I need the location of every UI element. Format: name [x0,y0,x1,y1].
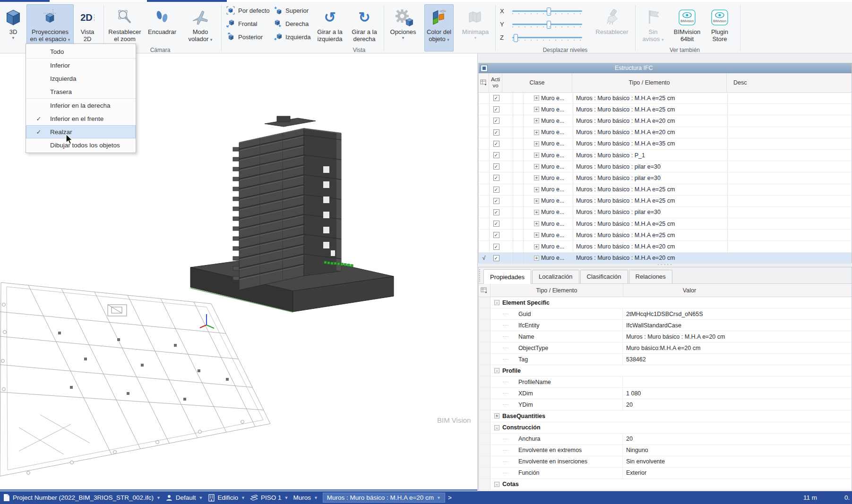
expand-icon[interactable]: + [494,413,499,419]
property-row[interactable]: Name Muros : Muro básico : M.H.A e=20 cm [479,331,852,342]
selected-element-segment[interactable]: Muros : Muro básico : M.H.A e=20 cm ▼ [323,493,445,503]
view-default-button[interactable]: Por defecto [226,5,270,16]
view-left-button[interactable]: Izquierda [273,31,310,43]
property-row[interactable]: Tag 538462 [479,354,852,365]
property-value[interactable]: Muro básico:M.H.A e=20 cm [623,345,852,351]
table-row[interactable]: Muro e... Muros : Muro básico : M.H.A e=… [479,218,852,230]
rotate-left-button[interactable]: ↺ Girar a la izquierda [314,4,346,51]
table-row[interactable]: Muro e... Muros : Muro básico : M.H.A e=… [479,115,852,127]
table-row[interactable]: Muro e... Muros : Muro básico : pilar e=… [479,172,852,184]
breadcrumb-chevron[interactable]: > [448,494,452,501]
expand-icon[interactable] [534,256,539,261]
column-header-valor[interactable]: Valor [623,287,756,294]
class-selector[interactable]: Muros ▼ [293,494,318,501]
column-header-activo[interactable]: Activo [489,73,502,92]
menu-item[interactable]: Dibujar todos los objetos [26,138,136,152]
table-row[interactable]: Muro e... Muros : Muro básico : M.H.A e=… [479,93,852,104]
activo-checkbox[interactable] [490,198,503,204]
table-row[interactable]: Muro e... Muros : Muro básico : M.H.A e=… [479,196,852,207]
view-right-button[interactable]: Derecha [273,18,309,29]
table-row[interactable]: Muro e... Muros : Muro básico : pilar e=… [479,161,852,172]
property-value[interactable]: 20 [623,436,852,442]
property-row[interactable]: ObjectType Muro básico:M.H.A e=20 cm [479,342,852,354]
table-row[interactable]: Muro e... Muros : Muro básico : pilar e=… [479,207,852,218]
expand-icon[interactable] [534,164,539,169]
menu-item[interactable]: Izquierda [26,72,136,85]
property-value[interactable]: 20 [623,401,852,408]
property-row[interactable]: ProfileName [479,376,852,388]
property-row[interactable]: -Cotas [479,479,852,490]
property-value[interactable]: Muros : Muro básico : M.H.A e=20 cm [623,333,852,340]
expand-icon[interactable] [534,175,539,180]
activo-checkbox[interactable] [490,209,503,215]
property-value[interactable]: IfcWallStandardCase [623,322,852,329]
activo-checkbox[interactable] [490,221,503,227]
select-column-icon[interactable] [479,284,491,297]
object-color-button[interactable]: Color del objeto ▾ [424,4,454,51]
expand-icon[interactable] [534,198,539,204]
table-row[interactable]: Muro e... Muros : Muro básico : M.H.A e=… [479,230,852,241]
property-row[interactable]: -Element Specific [479,297,852,308]
column-header-tipo-elemento[interactable]: Tipo / Elemento [491,284,623,297]
view-top-button[interactable]: Superior [273,5,309,16]
fit-view-button[interactable]: Encuadrar [145,4,180,51]
view-back-button[interactable]: Posterior [226,31,263,43]
bimvision-64bit-button[interactable]: BIMvision BIMvision 64bit [671,4,703,51]
expand-icon[interactable] [534,118,539,123]
z-slider-track[interactable] [512,37,582,38]
expand-icon[interactable] [534,153,539,158]
column-header-clase[interactable]: Clase [502,73,572,92]
plugin-store-button[interactable]: BIMvision Plugin Store [705,4,734,51]
menu-item[interactable]: Todo [26,45,136,59]
table-row[interactable]: Muro e... Muros : Muro básico : M.H.A e=… [479,184,852,196]
expand-icon[interactable] [534,130,539,135]
property-row[interactable]: IfcEntity IfcWallStandardCase [479,320,852,331]
project-selector[interactable]: Project Number (2022_BIM_3RIOS_STR_002.i… [3,494,161,502]
rotate-right-button[interactable]: ↻ Girar a la derecha [349,4,380,51]
activo-checkbox[interactable] [490,141,503,147]
table-row[interactable]: Muro e... Muros : Muro básico : M.H.A e=… [479,241,852,252]
3d-view-button[interactable]: 3D ▾ [2,4,25,51]
activo-checkbox[interactable] [490,232,503,238]
drag-handle[interactable] [479,269,482,282]
table-row[interactable]: Muro e... Muros : Muro básico : M.H.A e=… [479,127,852,138]
property-value[interactable]: Ninguno [623,447,852,453]
select-column-icon[interactable] [479,73,489,92]
building-selector[interactable]: Edificio ▼ [208,494,245,502]
table-row[interactable]: Muro e... Muros : Muro básico : M.H.A e=… [479,138,852,150]
table-row[interactable]: Muro e... Muros : Muro básico : M.H.A e=… [479,104,852,115]
expand-icon[interactable] [534,221,539,226]
property-row[interactable]: Envolvente en inserciones Sin envolvente [479,456,852,468]
options-button[interactable]: Opciones ▾ [387,4,419,51]
property-row[interactable]: -Construcción [479,422,852,434]
activo-checkbox[interactable] [490,163,503,170]
activo-checkbox[interactable] [490,175,503,181]
property-row[interactable]: +BaseQuantities [479,410,852,422]
activo-checkbox[interactable] [490,244,503,250]
storey-selector[interactable]: PISO 1 ▼ [250,494,288,501]
y-slider-track[interactable] [512,24,582,25]
property-row[interactable]: Anchura 20 [479,434,852,445]
expand-icon[interactable] [534,232,539,238]
property-row[interactable]: Función Exterior [479,468,852,479]
property-row[interactable]: Guid 2tMHcqHc1DSBCrsd_oN65S [479,308,852,320]
activo-checkbox[interactable] [490,255,503,261]
menu-item[interactable]: Realzar [26,125,136,138]
property-value[interactable]: Exterior [623,470,852,476]
tab-relaciones[interactable]: Relaciones [629,270,672,283]
activo-checkbox[interactable] [490,187,503,193]
property-row[interactable]: YDim 20 [479,399,852,410]
x-slider-track[interactable] [512,10,582,12]
expand-icon[interactable] [534,95,539,101]
expand-icon[interactable]: - [494,425,499,430]
expand-icon[interactable] [534,210,539,215]
menu-item[interactable]: Inferior en la derecha [26,99,136,112]
property-value[interactable]: 1 080 [623,390,852,397]
column-header-tipo[interactable]: Tipo / Elemento [572,73,727,92]
activo-checkbox[interactable] [490,106,503,112]
expand-icon[interactable] [534,244,539,249]
tab-clasificacion[interactable]: Clasificación [580,270,628,283]
property-value[interactable]: 538462 [623,356,852,363]
view-front-button[interactable]: Frontal [226,18,257,29]
tab-propiedades[interactable]: Propiedades [483,269,531,284]
